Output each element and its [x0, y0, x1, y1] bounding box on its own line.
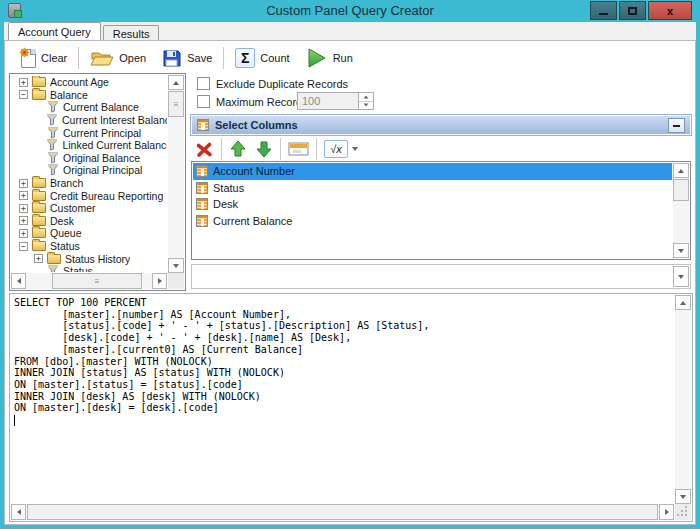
strip-scroll-down-icon[interactable] [673, 266, 689, 287]
folder-icon [32, 203, 46, 213]
tree-item-label: Status [50, 240, 80, 252]
sql-scroll-left-icon[interactable] [11, 504, 26, 520]
filter-icon [47, 152, 59, 164]
tree-item-label: Linked Current Balance [62, 139, 167, 151]
move-down-icon [255, 140, 273, 158]
column-label: Current Balance [213, 215, 293, 227]
sql-line: SELECT TOP 100 PERCENT [14, 297, 674, 309]
tree-hscroll-thumb[interactable]: ≡ [52, 273, 142, 289]
tree-item-label: Current Principal [63, 127, 141, 139]
resize-grip[interactable] [675, 504, 691, 520]
columns-scroll-thumb[interactable] [673, 179, 689, 201]
columns-scroll-up-icon[interactable] [673, 163, 689, 178]
tree-scroll-right-icon[interactable] [152, 273, 167, 289]
tree-scroll-up-icon[interactable] [168, 75, 184, 90]
tree-scroll-down-icon[interactable] [168, 258, 184, 273]
formula-icon: √x [324, 140, 348, 158]
folder-icon [32, 77, 46, 87]
exclude-duplicates-checkbox[interactable] [197, 77, 210, 90]
tree-item[interactable]: Original Balance [11, 152, 167, 165]
open-button[interactable]: Open [82, 45, 154, 71]
tab-account-query[interactable]: Account Query [8, 22, 101, 40]
sql-vertical-scrollbar[interactable] [675, 295, 691, 504]
tab-strip: Account Query Results [4, 22, 696, 40]
tree-item[interactable]: Desk [11, 215, 167, 228]
collapse-section-button[interactable] [668, 118, 685, 133]
tree-item[interactable]: Original Principal [11, 164, 167, 177]
sql-scroll-right-icon[interactable] [659, 504, 674, 520]
tree-item[interactable]: Account Age [11, 76, 167, 89]
tree-item[interactable]: Queue [11, 227, 167, 240]
count-button[interactable]: Σ Count [227, 45, 297, 71]
columns-scroll-down-icon[interactable] [673, 243, 689, 258]
tree-item[interactable]: Branch [11, 177, 167, 190]
column-row[interactable]: Account Number [193, 163, 672, 180]
sql-hscroll-thumb[interactable] [27, 504, 658, 520]
column-row[interactable]: Current Balance [193, 213, 672, 230]
tree-item[interactable]: Customer [11, 202, 167, 215]
tree-item[interactable]: Linked Current Balance [11, 139, 167, 152]
tree-item[interactable]: Current Balance [11, 101, 167, 114]
tree-item[interactable]: Status [11, 240, 167, 253]
rename-column-button[interactable] [284, 140, 313, 158]
sql-line: [status].[code] + ' - ' + [status].[Desc… [14, 320, 674, 332]
save-button[interactable]: Save [154, 45, 220, 71]
table-icon [197, 119, 209, 131]
toolbar-separator [223, 47, 224, 69]
sql-scroll-down-icon[interactable] [675, 489, 691, 504]
sql-line: ON [master].[status] = [status].[code] [14, 379, 674, 391]
delete-column-button[interactable] [191, 140, 218, 159]
tree-item[interactable]: Credit Bureau Reporting [11, 189, 167, 202]
expander-plus-icon[interactable] [19, 216, 28, 225]
rename-icon [288, 141, 309, 157]
tree-item-label: Desk [50, 215, 74, 227]
expander-minus-icon[interactable] [19, 242, 28, 251]
spinner-down-icon[interactable] [359, 102, 373, 110]
move-up-button[interactable] [225, 139, 251, 159]
expander-plus-icon[interactable] [34, 254, 43, 263]
minimize-button[interactable] [590, 1, 617, 20]
max-records-spinner[interactable]: 100 [297, 92, 374, 110]
tree-item[interactable]: Status [11, 265, 167, 272]
run-button[interactable]: Run [298, 44, 361, 72]
save-button-label: Save [187, 52, 212, 64]
tree-item-label: Current Interest Balance [62, 114, 167, 126]
tree-item[interactable]: Balance [11, 89, 167, 102]
tree-item-label: Status History [65, 253, 130, 265]
filter-icon [46, 114, 58, 126]
maximize-button[interactable] [619, 1, 646, 20]
expander-plus-icon[interactable] [19, 204, 28, 213]
tree-item-label: Account Age [50, 76, 109, 88]
tree-item[interactable]: Current Principal [11, 126, 167, 139]
max-records-checkbox[interactable] [197, 95, 210, 108]
folder-icon [32, 90, 46, 100]
formula-button[interactable]: √x [320, 139, 362, 159]
column-row[interactable]: Desk [193, 196, 672, 213]
close-button[interactable]: x [648, 1, 692, 20]
table-icon [196, 165, 208, 177]
spinner-up-icon[interactable] [359, 93, 373, 102]
delete-icon [195, 141, 214, 158]
sigma-icon: Σ [235, 48, 255, 68]
client-area: Account Query Results Clear [4, 22, 696, 525]
tab-results[interactable]: Results [103, 25, 160, 40]
dropdown-caret-icon[interactable] [352, 147, 358, 151]
tree-item[interactable]: Status History [11, 252, 167, 265]
expander-plus-icon[interactable] [19, 191, 28, 200]
expander-minus-icon[interactable] [19, 90, 28, 99]
sql-editor[interactable]: SELECT TOP 100 PERCENT [master].[number]… [9, 293, 693, 522]
clear-button[interactable]: Clear [11, 46, 75, 71]
column-label: Status [213, 182, 244, 194]
tree-item-label: Branch [50, 177, 83, 189]
sql-scroll-up-icon[interactable] [675, 295, 691, 310]
tree-scroll-left-icon[interactable] [11, 273, 26, 289]
column-row[interactable]: Status [193, 180, 672, 197]
tree-item[interactable]: Current Interest Balance [11, 114, 167, 127]
expander-plus-icon[interactable] [19, 78, 28, 87]
sql-line: FROM [dbo].[master] WITH (NOLOCK) [14, 356, 674, 368]
move-down-button[interactable] [251, 139, 277, 159]
expander-plus-icon[interactable] [19, 179, 28, 188]
maximize-icon [628, 7, 637, 15]
expander-plus-icon[interactable] [19, 229, 28, 238]
tree-scroll-thumb[interactable]: ≡ [168, 91, 184, 117]
